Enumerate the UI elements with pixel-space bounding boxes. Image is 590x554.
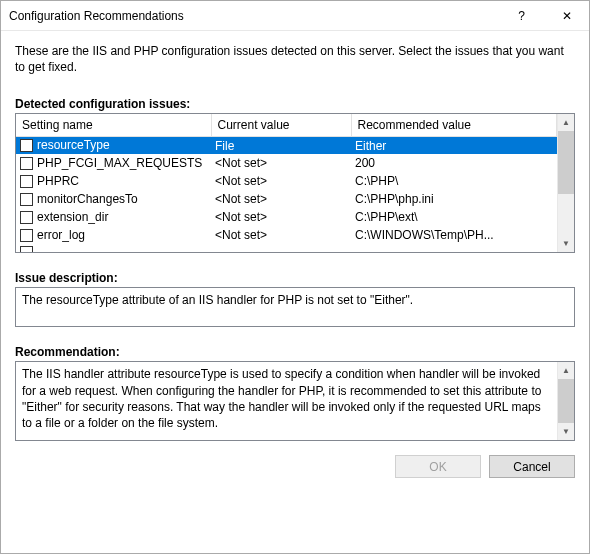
cell-current: <Not set>	[211, 190, 351, 208]
cell-recommended: C:\PHP\	[351, 172, 557, 190]
table-row[interactable]: extension_dir<Not set>C:\PHP\ext\	[16, 208, 557, 226]
dialog-content: These are the IIS and PHP configuration …	[1, 31, 589, 441]
dialog-buttons: OK Cancel	[1, 455, 589, 492]
issues-scrollbar[interactable]: ▲ ▼	[557, 114, 574, 252]
cell-setting-text: monitorChangesTo	[37, 192, 138, 206]
recommendation-text: The IIS handler attribute resourceType i…	[16, 362, 557, 440]
issues-table: Setting name Current value Recommended v…	[16, 114, 557, 252]
table-row-partial[interactable]	[16, 244, 557, 252]
cell-setting: resourceType	[16, 136, 211, 154]
issues-table-scroll: Setting name Current value Recommended v…	[16, 114, 557, 252]
cell-setting-text: resourceType	[37, 138, 110, 152]
window-title: Configuration Recommendations	[1, 9, 499, 23]
row-checkbox[interactable]	[20, 175, 33, 188]
scroll-thumb[interactable]	[558, 131, 574, 193]
table-row[interactable]: monitorChangesTo<Not set>C:\PHP\php.ini	[16, 190, 557, 208]
cell-recommended: C:\WINDOWS\Temp\PH...	[351, 226, 557, 244]
recommendation-label: Recommendation:	[15, 345, 575, 359]
cell-current: <Not set>	[211, 208, 351, 226]
cell-setting-text: error_log	[37, 228, 85, 242]
row-checkbox[interactable]	[20, 193, 33, 206]
titlebar: Configuration Recommendations ? ✕	[1, 1, 589, 31]
cell-setting-text: PHP_FCGI_MAX_REQUESTS	[37, 156, 202, 170]
scroll-down-icon[interactable]: ▼	[558, 235, 574, 252]
cell-setting: error_log	[16, 226, 211, 244]
table-row[interactable]: error_log<Not set>C:\WINDOWS\Temp\PH...	[16, 226, 557, 244]
cell-recommended: C:\PHP\php.ini	[351, 190, 557, 208]
row-checkbox[interactable]	[20, 229, 33, 242]
cell-setting-text: PHPRC	[37, 174, 79, 188]
scroll-track[interactable]	[558, 131, 574, 235]
description-label: Issue description:	[15, 271, 575, 285]
help-button[interactable]: ?	[499, 1, 544, 31]
row-checkbox[interactable]	[20, 246, 33, 253]
cell-setting: PHPRC	[16, 172, 211, 190]
col-current[interactable]: Current value	[211, 114, 351, 136]
table-header-row: Setting name Current value Recommended v…	[16, 114, 557, 136]
ok-button[interactable]: OK	[395, 455, 481, 478]
cell-setting: PHP_FCGI_MAX_REQUESTS	[16, 154, 211, 172]
cell-setting: monitorChangesTo	[16, 190, 211, 208]
scroll-thumb[interactable]	[558, 379, 574, 423]
row-checkbox[interactable]	[20, 139, 33, 152]
scroll-down-icon[interactable]: ▼	[558, 423, 574, 440]
cell-current: <Not set>	[211, 226, 351, 244]
col-setting[interactable]: Setting name	[16, 114, 211, 136]
row-checkbox[interactable]	[20, 157, 33, 170]
close-icon: ✕	[562, 9, 572, 23]
scroll-track[interactable]	[558, 379, 574, 423]
table-row[interactable]: PHPRC<Not set>C:\PHP\	[16, 172, 557, 190]
cell-current: <Not set>	[211, 154, 351, 172]
issues-table-container: Setting name Current value Recommended v…	[15, 113, 575, 253]
row-checkbox[interactable]	[20, 211, 33, 224]
cell-current: <Not set>	[211, 172, 351, 190]
close-button[interactable]: ✕	[544, 1, 589, 31]
cell-recommended: Either	[351, 136, 557, 154]
recommendation-box: The IIS handler attribute resourceType i…	[15, 361, 575, 441]
description-text: The resourceType attribute of an IIS han…	[16, 288, 574, 326]
cell-current: File	[211, 136, 351, 154]
cell-recommended: 200	[351, 154, 557, 172]
recommendation-scrollbar[interactable]: ▲ ▼	[557, 362, 574, 440]
help-icon: ?	[518, 9, 525, 23]
intro-text: These are the IIS and PHP configuration …	[15, 43, 575, 75]
scroll-up-icon[interactable]: ▲	[558, 114, 574, 131]
description-box: The resourceType attribute of an IIS han…	[15, 287, 575, 327]
cancel-button[interactable]: Cancel	[489, 455, 575, 478]
scroll-up-icon[interactable]: ▲	[558, 362, 574, 379]
table-row[interactable]: PHP_FCGI_MAX_REQUESTS<Not set>200	[16, 154, 557, 172]
cell-setting: extension_dir	[16, 208, 211, 226]
cell-setting-text: extension_dir	[37, 210, 108, 224]
col-recommended[interactable]: Recommended value	[351, 114, 557, 136]
table-row[interactable]: resourceTypeFileEither	[16, 136, 557, 154]
issues-label: Detected configuration issues:	[15, 97, 575, 111]
cell-recommended: C:\PHP\ext\	[351, 208, 557, 226]
